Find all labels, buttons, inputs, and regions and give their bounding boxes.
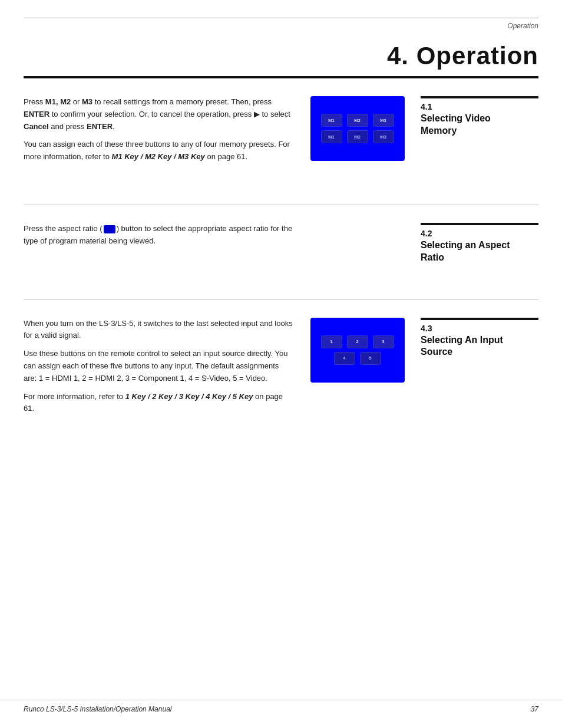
section-4-1-image: M1 M2 M3 M1 M2 M3 — [306, 96, 409, 169]
remote-row-3: 1 2 3 — [321, 335, 394, 348]
remote-row-2: M1 M2 M3 — [321, 130, 394, 143]
section-4-3-para-1: When you turn on the LS-3/LS-5, it switc… — [24, 318, 294, 342]
aspect-ratio-inline-btn — [104, 225, 115, 233]
remote-btn-m1: M1 — [321, 114, 342, 127]
chapter-title: 4. Operation — [387, 42, 538, 70]
remote-btn-5: 5 — [360, 352, 381, 365]
section-4-2-number: 4.2 — [421, 229, 538, 238]
remote-control-image-4-1: M1 M2 M3 M1 M2 M3 — [310, 96, 405, 161]
remote-btn-1: 1 — [321, 335, 342, 348]
section-4-2-row: Press the aspect ratio () button to sele… — [24, 223, 538, 276]
section-4-1-sidebar: 4.1 Selecting VideoMemory — [421, 96, 538, 169]
page-header-label: Operation — [0, 18, 562, 30]
remote-btn-m3: M3 — [373, 114, 394, 127]
remote-btn-m1-2: M1 — [321, 130, 342, 143]
footer-right: 37 — [531, 705, 538, 713]
section-4-3-body: When you turn on the LS-3/LS-5, it switc… — [24, 318, 306, 421]
section-4-1-row: Press M1, M2 or M3 to recall settings fr… — [24, 96, 538, 181]
chapter-rule — [24, 76, 538, 78]
section-4-1-title: Selecting VideoMemory — [421, 113, 491, 136]
section-4-3-para-2: Use these buttons on the remote control … — [24, 348, 294, 384]
section-4-3-sidebar: 4.3 Selecting An InputSource — [421, 318, 538, 421]
footer-left: Runco LS-3/LS-5 Installation/Operation M… — [24, 705, 171, 713]
section-4-1-para-2: You can assign each of these three butto… — [24, 139, 294, 163]
remote-row-4: 4 5 — [334, 352, 381, 365]
section-4-1-para-1: Press M1, M2 or M3 to recall settings fr… — [24, 96, 294, 133]
remote-btn-4: 4 — [334, 352, 355, 365]
section-divider-1 — [24, 205, 538, 205]
section-4-1-body: Press M1, M2 or M3 to recall settings fr… — [24, 96, 306, 169]
remote-btn-m2-2: M2 — [347, 130, 368, 143]
section-divider-2 — [24, 299, 538, 300]
section-4-3-title: Selecting An InputSource — [421, 335, 503, 357]
remote-row-1: M1 M2 M3 — [321, 114, 394, 127]
remote-btn-m3-2: M3 — [373, 130, 394, 143]
remote-btn-2: 2 — [347, 335, 368, 348]
remote-btn-m2: M2 — [347, 114, 368, 127]
main-content: Press M1, M2 or M3 to recall settings fr… — [0, 96, 562, 433]
remote-btn-3: 3 — [373, 335, 394, 348]
section-4-2-para-1: Press the aspect ratio () button to sele… — [24, 223, 294, 248]
section-4-2-body: Press the aspect ratio () button to sele… — [24, 223, 306, 264]
section-4-3-image: 1 2 3 4 5 — [306, 318, 409, 421]
section-4-3-number: 4.3 — [421, 324, 538, 333]
page-footer: Runco LS-3/LS-5 Installation/Operation M… — [0, 700, 562, 713]
section-4-3-para-3: For more information, refer to 1 Key / 2… — [24, 391, 294, 416]
section-4-3-row: When you turn on the LS-3/LS-5, it switc… — [24, 318, 538, 433]
remote-control-image-4-3: 1 2 3 4 5 — [310, 318, 405, 383]
section-4-1-number: 4.1 — [421, 102, 538, 111]
section-4-2-title: Selecting an AspectRatio — [421, 240, 510, 262]
section-4-2-sidebar: 4.2 Selecting an AspectRatio — [421, 223, 538, 264]
section-4-2-image-placeholder — [306, 223, 409, 264]
chapter-title-section: 4. Operation — [0, 30, 562, 76]
